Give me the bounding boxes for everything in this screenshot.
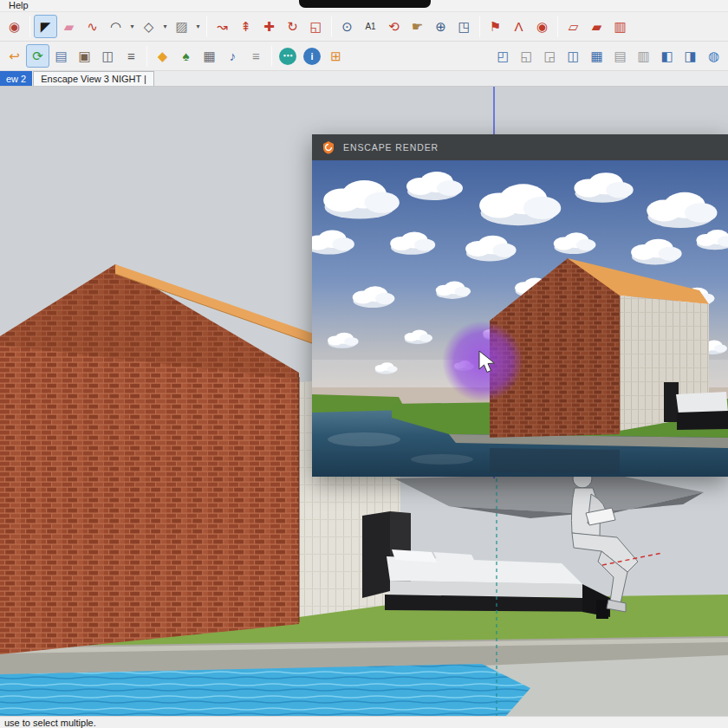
toolbar-separator: [271, 46, 272, 67]
toolbar-separator: [557, 16, 558, 37]
main-toolbar: ◉◤▰∿◠▾◇▾▨▾↝⇞✚↻◱⊙A1⟲☛⊕◳⚑Λ◉▱▰▥: [0, 12, 728, 42]
look-around-icon[interactable]: ◉: [530, 15, 554, 38]
enscape-logo-icon: [322, 140, 335, 154]
dual-monitor-icon[interactable]: ◫: [562, 44, 585, 68]
left-grass: [312, 394, 406, 413]
pan-tool-icon[interactable]: ☛: [406, 15, 429, 38]
text-tool-icon[interactable]: A1: [359, 15, 382, 38]
eraser-tool-icon[interactable]: ▰: [57, 15, 81, 38]
enscape-info-icon[interactable]: i: [303, 48, 321, 65]
status-hint: use to select multiple.: [4, 718, 96, 728]
enscape-visual-settings-icon[interactable]: ▦: [198, 44, 221, 68]
previous-view-icon[interactable]: ↩: [3, 44, 26, 68]
enscape-asset-library-icon[interactable]: ♠: [174, 44, 198, 68]
enscape-settings-sliders-icon[interactable]: ≡: [244, 44, 268, 68]
lock-view-icon[interactable]: ◱: [515, 44, 538, 68]
toolbar-separator: [29, 16, 30, 37]
orbit-tool-icon[interactable]: ⟲: [382, 15, 406, 38]
toolbar-separator: [479, 16, 480, 37]
enscape-objects-icon[interactable]: ◆: [151, 44, 174, 68]
model-info-icon[interactable]: ◉: [3, 15, 26, 38]
position-camera-icon[interactable]: ⚑: [484, 15, 507, 38]
scene-tabs-bar: ew 2Enscape View 3 NIGHT |: [0, 71, 728, 87]
sketchup-window: Help ◉◤▰∿◠▾◇▾▨▾↝⇞✚↻◱⊙A1⟲☛⊕◳⚑Λ◉▱▰▥ ↩⟳▤▣◫≡…: [0, 0, 728, 728]
document-stack-icon[interactable]: ≡: [120, 44, 143, 68]
screen-recording-pill: [299, 0, 431, 8]
screen-sync-icon[interactable]: ◰: [491, 44, 515, 68]
lock-view-alt-icon[interactable]: ◲: [538, 44, 562, 68]
export-print-icon[interactable]: ▤: [49, 44, 73, 68]
section-fill-icon[interactable]: ▰: [585, 15, 608, 38]
enscape-window-titlebar[interactable]: ENSCAPE RENDER: [312, 134, 728, 160]
statusbar: use to select multiple.: [0, 716, 728, 728]
render-scene: [312, 160, 728, 477]
zoom-window-tool-icon[interactable]: ⊕: [429, 15, 452, 38]
section-display-icon[interactable]: ▥: [608, 15, 632, 38]
zoom-tool-icon[interactable]: ⊙: [335, 15, 359, 38]
monitor-overlay-icon[interactable]: ▦: [585, 44, 608, 68]
pushpull-tool-icon[interactable]: ⇞: [234, 15, 257, 38]
walk-tool-icon[interactable]: Λ: [507, 15, 530, 38]
screenshot-camera-icon[interactable]: ◫: [96, 44, 120, 68]
feedback-bubble-icon[interactable]: ⋯: [279, 48, 296, 65]
add-scene-camera-icon[interactable]: ▣: [73, 44, 96, 68]
scene-tab-view-2[interactable]: ew 2: [0, 71, 32, 86]
monitor-import-icon[interactable]: ▥: [632, 44, 655, 68]
video-editor-alt-icon[interactable]: ◨: [679, 44, 702, 68]
enscape-sound-icon[interactable]: ♪: [221, 44, 244, 68]
web-standalone-icon[interactable]: ◍: [702, 44, 725, 68]
select-tool-icon[interactable]: ◤: [34, 15, 57, 38]
enscape-render-window: ENSCAPE RENDER: [312, 134, 728, 477]
fill-pattern-tool-icon[interactable]: ▨: [170, 15, 193, 38]
arc-dropdown-icon[interactable]: ▾: [127, 15, 137, 38]
shapes-dropdown-icon[interactable]: ▾: [160, 15, 170, 38]
water-reflection: [328, 432, 400, 446]
fill-pattern-dropdown-icon[interactable]: ▾: [193, 15, 203, 38]
enscape-window-title: ENSCAPE RENDER: [343, 142, 439, 153]
toolbar-separator: [331, 16, 332, 37]
section-plane-icon[interactable]: ▱: [562, 15, 585, 38]
sync-refresh-icon[interactable]: ⟳: [26, 44, 49, 68]
asset-cart-icon[interactable]: ⊞: [324, 44, 348, 68]
freehand-tool-icon[interactable]: ∿: [81, 15, 104, 38]
move-tool-icon[interactable]: ✚: [257, 15, 281, 38]
followme-tool-icon[interactable]: ↝: [211, 15, 234, 38]
rotate-tool-icon[interactable]: ↻: [281, 15, 304, 38]
enscape-render-view[interactable]: [312, 160, 728, 477]
zoom-extents-icon[interactable]: ◳: [452, 15, 476, 38]
house-reflection: [490, 448, 620, 474]
menu-help[interactable]: Help: [5, 0, 32, 11]
shapes-tool-icon[interactable]: ◇: [137, 15, 160, 38]
toolbar-separator: [146, 46, 147, 67]
toolbar-separator: [206, 16, 207, 37]
water-reflection: [411, 454, 473, 465]
video-editor-icon[interactable]: ◧: [655, 44, 679, 68]
monitor-export-icon[interactable]: ▤: [608, 44, 632, 68]
scale-tool-icon[interactable]: ◱: [304, 15, 328, 38]
enscape-toolbar: ↩⟳▤▣◫≡◆♠▦♪≡⋯i⊞◰◱◲◫▦▤▥◧◨◍: [0, 42, 728, 71]
scene-tab-enscape-view-3-night[interactable]: Enscape View 3 NIGHT |: [33, 71, 154, 86]
arc-tool-icon[interactable]: ◠: [104, 15, 127, 38]
viewport[interactable]: ENSCAPE RENDER: [0, 87, 728, 716]
